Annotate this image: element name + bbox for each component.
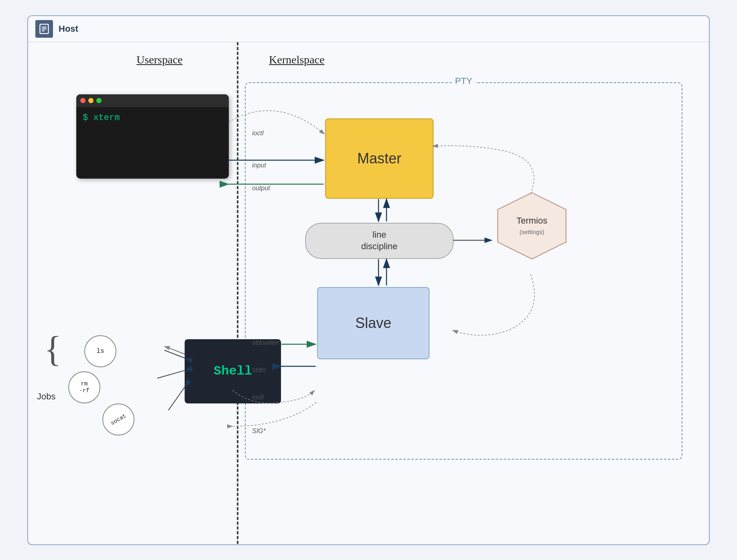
diagram-container: Host Userspace Kernelspace PTY $ xterm M… bbox=[27, 15, 710, 545]
svg-line-22 bbox=[165, 350, 185, 358]
master-label: Master bbox=[357, 150, 401, 167]
page-title: Host bbox=[59, 24, 78, 34]
jobs-brace: { bbox=[44, 331, 61, 367]
userspace-label: Userspace bbox=[136, 53, 183, 66]
termios-hexagon: Termios (settings) bbox=[494, 191, 570, 261]
ioctl-top-label: ioctl bbox=[252, 130, 263, 137]
job-rm: rm-rf bbox=[68, 371, 100, 403]
svg-text:Termios: Termios bbox=[516, 216, 547, 226]
slave-label: Slave bbox=[355, 315, 391, 332]
master-box: Master bbox=[325, 118, 434, 199]
xterm-content: $ xterm bbox=[76, 107, 229, 128]
xterm-prompt: $ xterm bbox=[83, 113, 120, 123]
xterm-titlebar bbox=[76, 94, 229, 107]
userspace-kernel-divider bbox=[237, 42, 238, 544]
jobs-label: Jobs bbox=[37, 391, 55, 402]
input-label: input bbox=[252, 162, 266, 169]
linediscipline-box: line discipline bbox=[305, 223, 454, 259]
close-button bbox=[80, 98, 86, 103]
svg-line-25 bbox=[165, 346, 185, 354]
minimize-button bbox=[88, 98, 94, 103]
document-icon bbox=[35, 20, 53, 38]
job-ls: ls bbox=[84, 335, 116, 367]
xterm-window: $ xterm bbox=[76, 94, 229, 179]
linediscipline-label: line discipline bbox=[361, 229, 398, 252]
shell-label: Shell bbox=[214, 364, 252, 379]
output-label: output bbox=[252, 185, 270, 192]
header-bar: Host bbox=[28, 16, 709, 42]
termios-container: Termios (settings) bbox=[494, 191, 570, 263]
sig-label: SIG* bbox=[252, 428, 266, 435]
stdin-label: stdin bbox=[252, 367, 266, 374]
diagram-body: Userspace Kernelspace PTY $ xterm Master… bbox=[28, 42, 709, 544]
pty-box: PTY bbox=[245, 82, 682, 460]
ioctl-bottom-label: ioctl bbox=[252, 394, 263, 401]
maximize-button bbox=[96, 98, 102, 103]
slave-box: Slave bbox=[317, 287, 430, 359]
svg-line-23 bbox=[157, 370, 185, 378]
shell-box: Shell bbox=[185, 339, 281, 403]
svg-line-24 bbox=[169, 386, 185, 410]
svg-marker-4 bbox=[498, 193, 566, 259]
pty-label: PTY bbox=[452, 76, 476, 86]
svg-text:(settings): (settings) bbox=[519, 228, 544, 235]
kernelspace-label: Kernelspace bbox=[269, 53, 324, 66]
job-socat: socat bbox=[102, 403, 134, 436]
stdout-err-label: stdout/err bbox=[252, 339, 279, 346]
